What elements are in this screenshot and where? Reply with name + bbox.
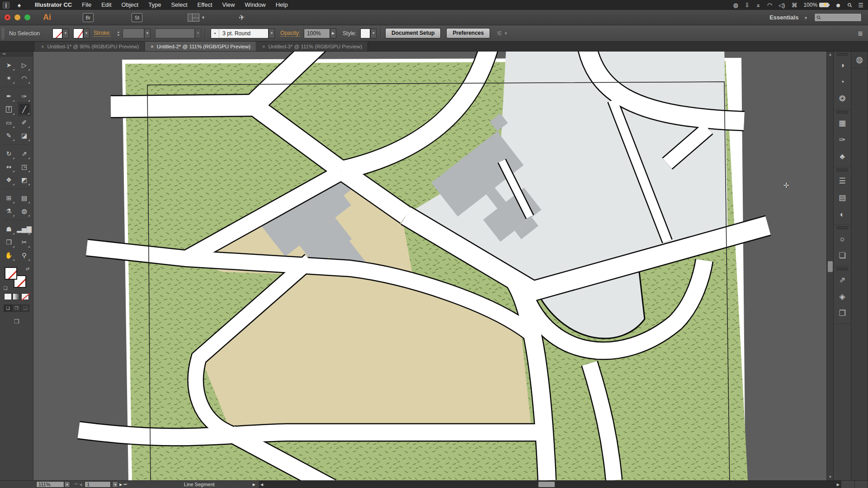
- stroke-color-caret-icon[interactable]: ▼: [83, 28, 90, 38]
- artboard-caret-icon[interactable]: ▼: [112, 481, 118, 488]
- stroke-color-swatch[interactable]: [73, 28, 83, 38]
- dock-group-grip[interactable]: [836, 226, 848, 230]
- select-similar-caret-icon[interactable]: ▼: [504, 31, 508, 36]
- paintbrush-tool[interactable]: ✐: [18, 116, 31, 129]
- control-bar-grip[interactable]: [1, 28, 5, 39]
- arrange-documents-icon[interactable]: [188, 14, 199, 22]
- zoom-level-caret-icon[interactable]: ▼: [64, 481, 70, 488]
- scroll-down-arrow-icon[interactable]: ▼: [827, 474, 833, 480]
- color-themes-panel[interactable]: ❂: [834, 90, 851, 107]
- dock-group-grip[interactable]: [836, 52, 848, 56]
- export-panel[interactable]: ⇗: [834, 272, 851, 288]
- pencil-tool[interactable]: ✎: [3, 129, 15, 142]
- column-graph-tool[interactable]: ▂▅▇: [18, 222, 31, 235]
- scroll-up-arrow-icon[interactable]: ▲: [827, 52, 833, 58]
- airplay-icon[interactable]: ⌅: [756, 2, 761, 9]
- draw-inside-mode-button[interactable]: ❑: [21, 305, 29, 312]
- keyboard-icon[interactable]: ⌘: [791, 2, 797, 9]
- eyedropper-tool[interactable]: ⚗: [3, 204, 15, 217]
- parallels-actions-icon[interactable]: ⇩: [745, 2, 750, 9]
- symbol-sprayer-tool[interactable]: ☗: [3, 222, 15, 235]
- hand-tool[interactable]: ✋: [3, 249, 15, 262]
- width-profile-caret-icon[interactable]: ▼: [195, 28, 201, 38]
- style-caret-icon[interactable]: ▼: [370, 28, 377, 38]
- stroke-weight-field[interactable]: [123, 28, 144, 38]
- creative-cloud-icon[interactable]: ◍: [733, 2, 738, 9]
- layers-panel[interactable]: ◈: [834, 288, 851, 305]
- style-swatch[interactable]: [360, 28, 370, 38]
- battery-indicator[interactable]: 100% ⚡: [803, 2, 829, 8]
- selection-tool[interactable]: ➤: [3, 58, 15, 71]
- mesh-tool[interactable]: ⊞: [3, 191, 15, 204]
- tools-collapse-strip[interactable]: ◂◂: [0, 52, 33, 56]
- width-tool[interactable]: ↭: [3, 160, 15, 173]
- menu-edit[interactable]: Edit: [96, 0, 116, 10]
- last-artboard-icon[interactable]: ⏭: [124, 482, 127, 487]
- direct-selection-tool[interactable]: ▷: [18, 58, 31, 71]
- gradient-tool[interactable]: ▤: [18, 191, 31, 204]
- horizontal-scrollbar[interactable]: ◀ ▶: [259, 481, 841, 488]
- rectangle-tool[interactable]: ▭: [3, 116, 15, 129]
- stroke-panel[interactable]: ☰: [834, 173, 851, 189]
- cc-libraries-panel[interactable]: ◍: [851, 52, 868, 68]
- fast-user-switch-icon[interactable]: ☻: [835, 2, 841, 9]
- workspace-switcher[interactable]: Essentials ▼: [769, 14, 808, 21]
- tab-close-icon[interactable]: ×: [151, 44, 153, 49]
- tab-close-icon[interactable]: ×: [262, 44, 265, 49]
- blend-tool[interactable]: ◍: [18, 204, 31, 217]
- curvature-tool[interactable]: ✑: [18, 89, 31, 103]
- window-close-button[interactable]: [5, 14, 10, 20]
- draw-normal-mode-button[interactable]: ❏: [4, 305, 12, 312]
- first-artboard-icon[interactable]: ⏮: [75, 482, 78, 487]
- document-setup-button[interactable]: Document Setup: [385, 28, 441, 38]
- symbols-panel[interactable]: ♣: [834, 148, 851, 165]
- draw-behind-mode-button[interactable]: ❐: [12, 305, 21, 312]
- default-fill-stroke-icon[interactable]: ❏: [4, 286, 8, 291]
- document-tab-2[interactable]: ×Untitled-2* @ 111% (RGB/GPU Preview): [145, 42, 256, 51]
- appearance-panel[interactable]: ☼: [834, 230, 851, 247]
- graphic-styles-panel[interactable]: ❏: [834, 247, 851, 264]
- change-screen-mode-button[interactable]: ❒: [12, 318, 22, 325]
- shape-builder-tool[interactable]: ❖: [3, 173, 15, 186]
- rotate-tool[interactable]: ↻: [3, 147, 15, 160]
- artboards-panel[interactable]: ❐: [834, 305, 851, 322]
- search-input[interactable]: [823, 14, 859, 21]
- tab-close-icon[interactable]: ×: [41, 44, 44, 49]
- color-panel[interactable]: ◑: [834, 57, 851, 74]
- scroll-left-arrow-icon[interactable]: ◀: [260, 481, 263, 488]
- eraser-tool[interactable]: ◪: [18, 129, 31, 142]
- magic-wand-tool[interactable]: ✶: [3, 71, 15, 84]
- opacity-arrow-icon[interactable]: ▶: [330, 28, 336, 38]
- gpu-performance-icon[interactable]: ✈: [238, 13, 245, 22]
- menu-select[interactable]: Select: [166, 0, 192, 10]
- window-minimize-button[interactable]: [14, 14, 20, 20]
- slice-tool[interactable]: ✂: [18, 235, 31, 249]
- menu-view[interactable]: View: [217, 0, 240, 10]
- color-guide-panel[interactable]: ◔: [834, 74, 851, 90]
- stroke-weight-caret-icon[interactable]: ▼: [144, 28, 151, 38]
- artboard-tool[interactable]: ❒: [3, 235, 15, 249]
- apple-menu-icon[interactable]: ♠: [18, 2, 21, 9]
- volume-icon[interactable]: ◁): [778, 2, 785, 9]
- parallels-icon[interactable]: ∥: [3, 2, 9, 9]
- notification-center-icon[interactable]: ☰: [858, 2, 863, 9]
- menu-object[interactable]: Object: [117, 0, 144, 10]
- fill-color-swatch[interactable]: [52, 28, 62, 38]
- opacity-panel-link[interactable]: Opacity:: [280, 30, 300, 37]
- lasso-tool[interactable]: ◠: [18, 71, 31, 84]
- preferences-button[interactable]: Preferences: [446, 28, 490, 38]
- window-resize-corner[interactable]: [841, 481, 868, 488]
- swatches-panel[interactable]: ▦: [834, 115, 851, 131]
- stroke-panel-link[interactable]: Stroke:: [94, 30, 111, 37]
- perspective-grid-tool[interactable]: ◩: [18, 173, 31, 186]
- transparency-panel[interactable]: ◐: [834, 206, 851, 223]
- free-transform-tool[interactable]: ◳: [18, 160, 31, 173]
- status-menu-arrow-icon[interactable]: ▶: [253, 483, 255, 487]
- previous-artboard-icon[interactable]: ◀: [79, 483, 82, 487]
- brush-caret-icon[interactable]: ▼: [269, 28, 275, 38]
- menu-file[interactable]: File: [77, 0, 96, 10]
- select-similar-icon[interactable]: ⚟: [496, 29, 502, 38]
- dock-group-grip[interactable]: [836, 168, 848, 172]
- document-canvas[interactable]: ✛ ▲ ▼: [33, 52, 833, 480]
- spotlight-icon[interactable]: ⚲: [846, 1, 854, 9]
